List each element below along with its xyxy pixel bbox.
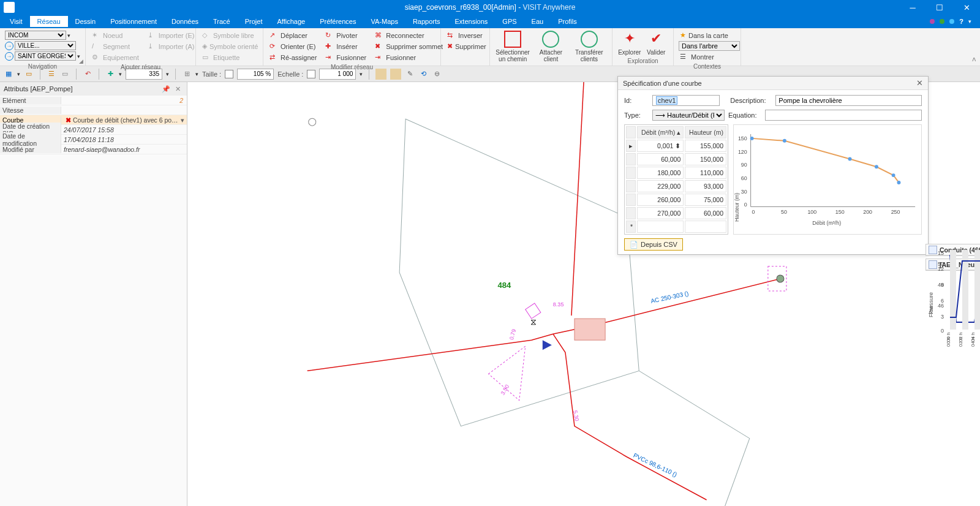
btn-montrer[interactable]: ☰Montrer	[679, 52, 736, 62]
menu-donnees[interactable]: Données	[164, 16, 206, 27]
close-button[interactable]: ✕	[953, 0, 980, 15]
svg-rect-0	[575, 319, 605, 340]
svg-text:250: 250	[891, 209, 900, 215]
dropdown-icon[interactable]: ▾	[178, 116, 187, 124]
btn-reassigner[interactable]: ⇄Ré-assigner	[268, 53, 318, 62]
menu-projet[interactable]: Projet	[238, 16, 270, 27]
input-eq[interactable]	[765, 110, 922, 121]
curve-chart: Hauteur (m) 150 120 90 60 30 0 050100150…	[733, 124, 922, 235]
menu-eau[interactable]: Eau	[524, 16, 551, 27]
minimize-button[interactable]: ─	[899, 0, 926, 15]
btn-supprimer[interactable]: ✖Supprimer	[446, 42, 484, 51]
btn-equipement[interactable]: ⚙Equipement	[91, 53, 140, 62]
nav-combo-3[interactable]: SAINT GEORGES S...	[15, 51, 76, 61]
attributes-grid[interactable]: Elément2 Vitesse Courbe✖Courbe de débit …	[0, 96, 187, 154]
transfer-icon	[581, 31, 598, 48]
import-icon: ⤓	[148, 31, 156, 40]
btn-symbole-oriente[interactable]: ◈Symbole orienté	[201, 42, 258, 51]
btn-importer-e[interactable]: ⤓Importer (E)	[146, 31, 196, 40]
invert-icon: ⇆	[447, 31, 456, 40]
input-id[interactable]	[652, 95, 720, 106]
menu-rapports[interactable]: Rapports	[405, 16, 448, 27]
ribbon-collapse-icon[interactable]: ʌ	[972, 55, 976, 63]
svg-text:04 h: 04 h	[970, 332, 976, 342]
menu-reseau[interactable]: Réseau	[30, 16, 68, 27]
btn-inverser[interactable]: ⇆Inverser	[446, 31, 484, 40]
checkbox[interactable]	[307, 70, 315, 78]
input-desc[interactable]	[775, 95, 922, 106]
btn-explorer[interactable]: ✦Explorer	[617, 31, 642, 56]
move-icon: ↗	[270, 31, 278, 40]
menu-trace[interactable]: Tracé	[206, 16, 238, 27]
btn-fusionner2[interactable]: ⇥Fusionner	[374, 53, 444, 62]
ribbon-group-exploration: ✦Explorer ✔Valider Exploration	[612, 28, 674, 66]
btn-csv[interactable]: 📄Depuis CSV	[624, 238, 683, 251]
label-icon: ▭	[202, 53, 211, 62]
btn-etiquette[interactable]: ▭Etiquette	[201, 53, 258, 62]
menu-dessin[interactable]: Dessin	[68, 16, 104, 27]
curve-data-table[interactable]: Débit (m³/h) ▴Hauteur (m) ▸0,001 ⬍155,00…	[624, 124, 728, 235]
btn-supprimer-sommet[interactable]: ✖Supprimer sommet	[374, 42, 444, 51]
label-taille: Taille :	[202, 70, 221, 78]
svg-text:30: 30	[741, 189, 747, 195]
close-icon[interactable]: ✕	[916, 78, 923, 88]
checkbox[interactable]	[225, 70, 233, 78]
btn-orienter[interactable]: ⟳Orienter (E)	[268, 42, 318, 51]
menu-preferences[interactable]: Préférences	[312, 16, 363, 27]
btn-deplacer[interactable]: ↗Déplacer	[268, 31, 318, 40]
tool-icon[interactable]: ☰	[47, 69, 56, 79]
tool-icon[interactable]: ▦	[4, 69, 13, 79]
combo-dans-arbre[interactable]: Dans l'arbre	[679, 41, 740, 51]
chk-dans-carte[interactable]: ★Dans la carte	[679, 31, 736, 40]
equip-icon: ⚙	[92, 53, 100, 62]
btn-pivoter[interactable]: ↻Pivoter	[324, 31, 368, 40]
maximize-button[interactable]: ☐	[926, 0, 953, 15]
group-label: Navigation	[5, 62, 80, 70]
nav-combo-2[interactable]: VILLE...	[15, 41, 76, 50]
status-dot-2	[940, 19, 944, 24]
btn-symbole-libre[interactable]: ◇Symbole libre	[201, 31, 258, 40]
btn-attach-client[interactable]: Attacher client	[533, 31, 568, 62]
svg-text:100: 100	[807, 209, 816, 215]
btn-valider[interactable]: ✔Valider	[644, 31, 669, 56]
reconnect-icon: ⌘	[375, 31, 383, 40]
btn-inserer[interactable]: ✚Insérer	[324, 42, 368, 51]
arrow-icon[interactable]: →	[5, 42, 13, 50]
dialog-launcher-icon[interactable]: ◢	[79, 58, 83, 64]
menu-dropdown-icon[interactable]: ▾	[968, 18, 971, 25]
btn-select-path[interactable]: Sélectionner un chemin	[495, 31, 530, 62]
btn-transfer-clients[interactable]: Transférer clients	[571, 31, 607, 62]
menu-positionnement[interactable]: Positionnement	[103, 16, 164, 27]
menu-gps[interactable]: GPS	[495, 16, 524, 27]
btn-importer-a[interactable]: ⤓Importer (A)	[146, 42, 196, 51]
orient-icon: ⟳	[270, 42, 278, 51]
map-canvas[interactable]: ⧖ 484 8.35 0.79 3.50 5.30 AC 250-303 () …	[187, 82, 980, 506]
nav-combo-1[interactable]: INCOM	[5, 31, 66, 40]
svg-text:48: 48	[938, 282, 944, 288]
select-type[interactable]: ⟶ Hauteur/Débit (Pomp...	[652, 110, 725, 121]
ribbon: INCOM▾ →VILLE... →SAINT GEORGES S...▾ Na…	[0, 28, 980, 66]
svg-text:0: 0	[744, 202, 747, 208]
clear-icon[interactable]: ✖	[64, 116, 73, 124]
menu-vamaps[interactable]: VA-Maps	[363, 16, 405, 27]
label-type: Type:	[624, 111, 649, 119]
menu-profils[interactable]: Profils	[551, 16, 584, 27]
svg-point-27	[750, 137, 754, 140]
help-button[interactable]: ?	[959, 18, 963, 25]
ribbon-group-contextes: ★Dans la carte Dans l'arbre ☰Montrer Con…	[674, 28, 741, 66]
btn-reconnecter[interactable]: ⌘Reconnecter	[374, 31, 444, 40]
menu-visit[interactable]: Visit	[2, 16, 30, 27]
symbol-icon: ◈	[202, 42, 207, 51]
tool-icon[interactable]: ▭	[60, 69, 70, 79]
btn-fusionner[interactable]: ⇥Fusionner	[324, 53, 368, 62]
del-vertex-icon: ✖	[375, 42, 383, 51]
btn-noeud[interactable]: ✶Noeud	[91, 31, 140, 40]
menu-affichage[interactable]: Affichage	[270, 16, 312, 27]
pin-icon[interactable]: 📌	[159, 85, 173, 93]
close-icon[interactable]: ✕	[173, 85, 183, 93]
arrow-icon[interactable]: →	[5, 52, 13, 61]
tool-icon[interactable]: ▭	[24, 69, 34, 79]
btn-segment[interactable]: /Segment	[91, 42, 140, 51]
menu-extensions[interactable]: Extensions	[448, 16, 496, 27]
symbol-icon: ◇	[202, 31, 211, 40]
